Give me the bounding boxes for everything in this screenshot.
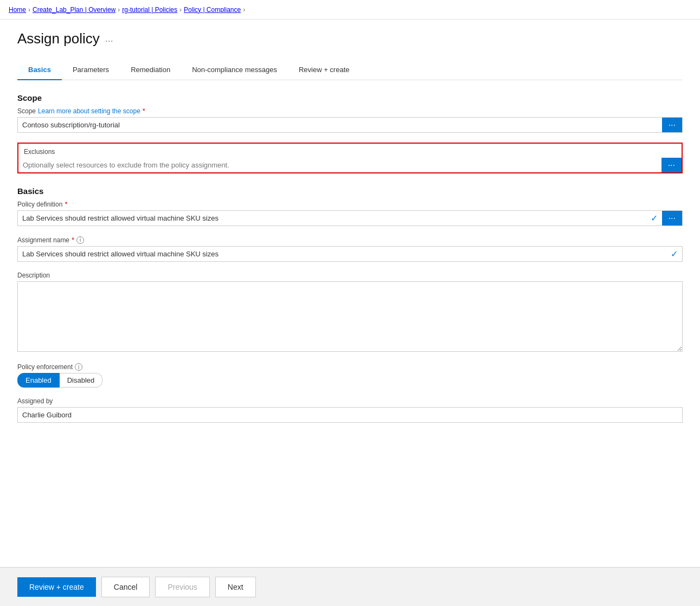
exclusions-ellipsis-button[interactable]: ··· (662, 158, 682, 172)
exclusions-input-row: ··· (18, 158, 682, 172)
scope-section-header: Scope (17, 93, 683, 102)
tab-parameters[interactable]: Parameters (62, 60, 120, 80)
policy-definition-input-row: ✓ ··· (17, 210, 683, 226)
page-header: Assign policy ... (17, 30, 683, 47)
scope-ellipsis-button[interactable]: ··· (662, 118, 682, 132)
scope-input[interactable] (18, 118, 662, 132)
policy-definition-group: Policy definition * ✓ ··· (17, 200, 683, 226)
assigned-by-label: Assigned by (17, 397, 683, 405)
enabled-toggle-button[interactable]: Enabled (17, 373, 60, 388)
breadcrumb: Home › Create_Lab_Plan | Overview › rg-t… (9, 6, 245, 14)
breadcrumb-policies[interactable]: rg-tutorial | Policies (122, 6, 177, 14)
disabled-toggle-button[interactable]: Disabled (60, 373, 103, 388)
top-bar: Home › Create_Lab_Plan | Overview › rg-t… (0, 0, 700, 20)
description-textarea[interactable] (17, 281, 683, 352)
policy-enforcement-info-icon[interactable]: i (75, 363, 82, 371)
scope-learn-more-link[interactable]: Learn more about setting the scope (38, 107, 140, 115)
tab-review-create[interactable]: Review + create (288, 60, 361, 80)
policy-enforcement-toggle: Enabled Disabled (17, 373, 683, 388)
assignment-name-check-icon: ✓ (666, 247, 682, 261)
scope-field-group: Scope Learn more about setting the scope… (17, 107, 683, 133)
description-label: Description (17, 272, 683, 279)
previous-button: Previous (155, 577, 209, 597)
breadcrumb-lab-plan[interactable]: Create_Lab_Plan | Overview (33, 6, 115, 14)
next-button[interactable]: Next (215, 577, 256, 597)
exclusions-label: Exclusions (18, 144, 682, 158)
breadcrumb-compliance[interactable]: Policy | Compliance (184, 6, 241, 14)
breadcrumb-home[interactable]: Home (9, 6, 26, 14)
policy-enforcement-label: Policy enforcement i (17, 363, 683, 371)
policy-enforcement-group: Policy enforcement i Enabled Disabled (17, 363, 683, 388)
policy-definition-label: Policy definition * (17, 200, 683, 208)
policy-definition-check-icon: ✓ (646, 211, 662, 225)
assigned-by-input[interactable] (17, 407, 683, 423)
cancel-button[interactable]: Cancel (101, 577, 150, 597)
exclusions-box: Exclusions ··· (17, 143, 683, 173)
scope-field-label: Scope Learn more about setting the scope… (17, 107, 683, 115)
page-title-ellipsis: ... (105, 33, 113, 44)
page-title: Assign policy (17, 30, 100, 47)
assignment-name-input-row: ✓ (17, 246, 683, 262)
assignment-name-info-icon[interactable]: i (76, 236, 84, 244)
description-group: Description (17, 272, 683, 353)
assignment-name-label: Assignment name * i (17, 236, 683, 244)
exclusions-input[interactable] (18, 158, 662, 172)
tab-remediation[interactable]: Remediation (120, 60, 181, 80)
tab-bar: Basics Parameters Remediation Non-compli… (17, 60, 683, 80)
tab-basics[interactable]: Basics (17, 60, 62, 80)
review-create-button[interactable]: Review + create (17, 577, 96, 597)
scope-input-row: ··· (17, 117, 683, 133)
footer: Review + create Cancel Previous Next (0, 567, 700, 606)
policy-definition-input[interactable] (18, 211, 646, 225)
assignment-name-group: Assignment name * i ✓ (17, 236, 683, 262)
policy-definition-ellipsis-button[interactable]: ··· (662, 211, 682, 225)
assigned-by-group: Assigned by (17, 397, 683, 423)
main-content: Assign policy ... Basics Parameters Reme… (0, 20, 700, 487)
basics-section-header: Basics (17, 186, 683, 196)
assignment-name-input[interactable] (18, 247, 666, 261)
tab-non-compliance[interactable]: Non-compliance messages (181, 60, 288, 80)
